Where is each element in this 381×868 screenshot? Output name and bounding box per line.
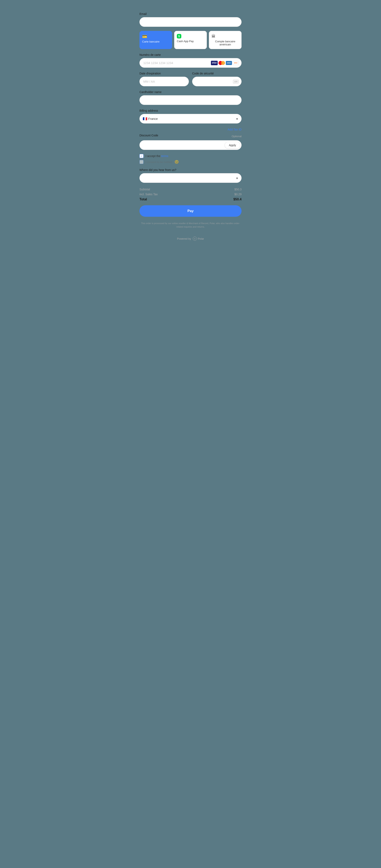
payment-tab-bank[interactable]: 🏛 Compte bancaire américain <box>209 31 242 49</box>
tax-row: incl. Sales Tax $0.29 <box>139 193 242 196</box>
bank-icon: 🏛 <box>211 34 216 39</box>
polar-icon: ◎ <box>193 237 197 241</box>
subtotal-label: Subtotal <box>139 188 150 191</box>
terms-link[interactable]: terms <box>161 154 168 158</box>
payment-method-tabs: 💳 Carte bancaire $ Cash App Pay 🏛 Compte… <box>139 31 242 49</box>
tax-label: incl. Sales Tax <box>139 193 158 196</box>
polar-brand-name: Polar <box>198 237 204 240</box>
payment-tab-card-label: Carte bancaire <box>142 40 160 43</box>
amex-logo: AMEX <box>226 61 232 65</box>
powered-by: Powered by ◎ Polar <box>139 237 242 241</box>
consent-emoji: 😊 <box>174 160 179 164</box>
terms-checkbox[interactable] <box>139 154 143 158</box>
total-value: $50.4 <box>233 197 242 201</box>
powered-by-label: Powered by <box>177 237 191 240</box>
discount-header: Discount Code Optional <box>139 134 242 138</box>
pay-button[interactable]: Pay <box>139 205 242 217</box>
cardholder-input[interactable] <box>139 95 242 105</box>
apply-button[interactable]: Apply <box>224 142 240 149</box>
credit-card-icon: 💳 <box>142 34 147 39</box>
cashapp-icon: $ <box>177 34 181 38</box>
card-number-wrapper: VISA AMEX DISC <box>139 58 242 68</box>
expiry-input[interactable] <box>139 77 189 86</box>
terms-text-before: I accept the <box>146 154 161 158</box>
discount-input-wrapper: Apply <box>139 140 242 150</box>
terms-text: I accept the terms <box>146 154 168 158</box>
add-tax-id-section: Add Tax ID <box>139 128 242 131</box>
payment-tab-bank-label: Compte bancaire américain <box>211 40 239 46</box>
billing-country-wrapper: 🇫🇷 France United States United Kingdom G… <box>139 114 242 124</box>
pricing-summary: Subtotal $50.3 incl. Sales Tax $0.29 Tot… <box>139 188 242 201</box>
consent-row: I consent to be notified 😊 <box>139 160 242 164</box>
total-label: Total <box>139 197 147 201</box>
payment-tab-cashapp[interactable]: $ Cash App Pay <box>174 31 207 49</box>
discount-optional-label: Optional <box>232 135 242 138</box>
consent-text: I consent to be notified <box>146 160 172 163</box>
where-heard-label: Where did you hear from us? <box>139 168 242 172</box>
total-row: Total $50.4 <box>139 197 242 201</box>
terms-row: I accept the terms <box>139 154 242 158</box>
cvv-label: Code de sécurité <box>192 72 242 75</box>
footer-legal: This order is processed by our online re… <box>139 222 242 228</box>
add-tax-id-link[interactable]: Add Tax ID <box>228 128 242 131</box>
card-logos: VISA AMEX DISC <box>211 61 239 65</box>
discount-label: Discount Code <box>139 134 158 137</box>
polar-logo: ◎ Polar <box>193 237 204 241</box>
billing-label: Billing address <box>139 109 242 112</box>
cardholder-label: Cardholder name <box>139 90 242 94</box>
email-input[interactable] <box>139 17 242 27</box>
billing-country-select[interactable]: France United States United Kingdom Germ… <box>139 114 242 124</box>
payment-tab-cashapp-label: Cash App Pay <box>177 40 194 43</box>
consent-checkbox[interactable] <box>139 160 143 164</box>
mastercard-logo <box>218 61 225 65</box>
subtotal-value: $50.3 <box>234 188 242 191</box>
cvv-icon: 123 <box>233 80 239 84</box>
visa-logo: VISA <box>211 61 218 65</box>
expiry-label: Date d'expiration <box>139 72 189 75</box>
cvv-wrapper: 123 <box>192 77 242 86</box>
payment-tab-card[interactable]: 💳 Carte bancaire <box>139 31 172 49</box>
tax-value: $0.29 <box>234 193 242 196</box>
subtotal-row: Subtotal $50.3 <box>139 188 242 191</box>
email-label: Email <box>139 12 242 16</box>
where-heard-wrapper: Social Media Friend Search Engine Other <box>139 173 242 183</box>
discover-logo: DISC <box>233 61 239 65</box>
where-heard-select[interactable]: Social Media Friend Search Engine Other <box>139 173 242 183</box>
card-number-label: Numéro de carte <box>139 53 242 56</box>
